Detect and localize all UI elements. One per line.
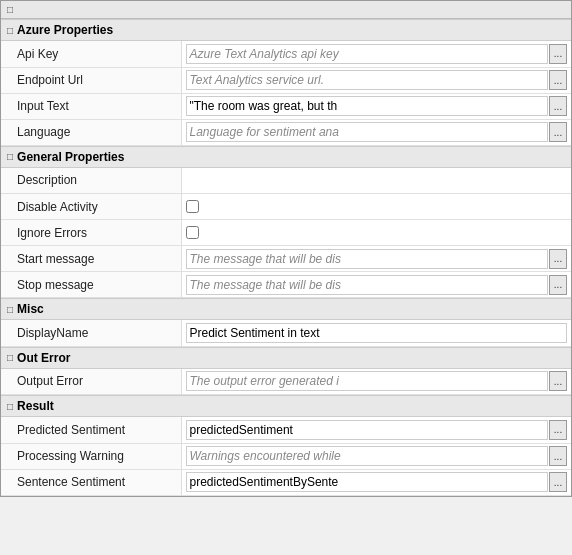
- section-table-outerror: Output ErrorThe output error generated i…: [1, 369, 571, 396]
- table-row: Output ErrorThe output error generated i…: [1, 369, 571, 395]
- table-row: Start messageThe message that will be di…: [1, 246, 571, 272]
- table-row: Ignore Errors: [1, 220, 571, 246]
- row-label-azure-3: Language: [1, 119, 181, 145]
- value-text-general-3: The message that will be dis: [186, 249, 549, 269]
- row-value-result-0[interactable]: predictedSentiment...: [181, 417, 571, 443]
- row-value-general-1[interactable]: [181, 194, 571, 220]
- section-header-outerror[interactable]: □Out Error: [1, 347, 571, 369]
- ellipsis-button-outerror-0[interactable]: ...: [549, 371, 567, 391]
- section-collapse-icon-result[interactable]: □: [7, 401, 13, 412]
- row-value-result-2[interactable]: predictedSentimentBySente...: [181, 469, 571, 495]
- ellipsis-button-result-2[interactable]: ...: [549, 472, 567, 492]
- table-row: Stop messageThe message that will be dis…: [1, 272, 571, 298]
- row-label-misc-0: DisplayName: [1, 320, 181, 346]
- section-table-misc: DisplayNamePredict Sentiment in text: [1, 320, 571, 347]
- value-text-azure-1: Text Analytics service url.: [186, 70, 549, 90]
- section-collapse-icon-misc[interactable]: □: [7, 304, 13, 315]
- ellipsis-button-result-0[interactable]: ...: [549, 420, 567, 440]
- table-row: Input Text"The room was great, but th...: [1, 93, 571, 119]
- section-label-misc: Misc: [17, 302, 44, 316]
- row-value-azure-2[interactable]: "The room was great, but th...: [181, 93, 571, 119]
- section-label-result: Result: [17, 399, 54, 413]
- value-text-outerror-0: The output error generated i: [186, 371, 549, 391]
- row-label-general-3: Start message: [1, 246, 181, 272]
- section-label-azure: Azure Properties: [17, 23, 113, 37]
- value-text-azure-2: "The room was great, but th: [186, 96, 549, 116]
- row-label-azure-0: Api Key: [1, 41, 181, 67]
- row-value-azure-3[interactable]: Language for sentiment ana...: [181, 119, 571, 145]
- table-row: Sentence SentimentpredictedSentimentBySe…: [1, 469, 571, 495]
- value-text-general-4: The message that will be dis: [186, 275, 549, 295]
- table-row: Endpoint UrlText Analytics service url..…: [1, 67, 571, 93]
- panel-collapse-icon[interactable]: □: [7, 4, 13, 15]
- section-collapse-icon-azure[interactable]: □: [7, 25, 13, 36]
- row-value-misc-0: Predict Sentiment in text: [181, 320, 571, 346]
- section-table-general: DescriptionDisable ActivityIgnore Errors…: [1, 168, 571, 299]
- section-table-azure: Api KeyAzure Text Analytics api key...En…: [1, 41, 571, 146]
- section-header-result[interactable]: □Result: [1, 395, 571, 417]
- row-label-result-0: Predicted Sentiment: [1, 417, 181, 443]
- section-collapse-icon-general[interactable]: □: [7, 151, 13, 162]
- row-label-general-4: Stop message: [1, 272, 181, 298]
- ellipsis-button-azure-2[interactable]: ...: [549, 96, 567, 116]
- table-row: LanguageLanguage for sentiment ana...: [1, 119, 571, 145]
- table-row: Disable Activity: [1, 194, 571, 220]
- row-label-azure-1: Endpoint Url: [1, 67, 181, 93]
- ellipsis-button-azure-3[interactable]: ...: [549, 122, 567, 142]
- row-value-general-3[interactable]: The message that will be dis...: [181, 246, 571, 272]
- row-value-outerror-0[interactable]: The output error generated i...: [181, 369, 571, 395]
- row-value-general-0: [181, 168, 571, 194]
- table-row: Processing WarningWarnings encountered w…: [1, 443, 571, 469]
- row-label-general-1: Disable Activity: [1, 194, 181, 220]
- section-label-outerror: Out Error: [17, 351, 70, 365]
- value-text-result-1: Warnings encountered while: [186, 446, 549, 466]
- table-row: DisplayNamePredict Sentiment in text: [1, 320, 571, 346]
- row-value-result-1[interactable]: Warnings encountered while...: [181, 443, 571, 469]
- ellipsis-button-result-1[interactable]: ...: [549, 446, 567, 466]
- ellipsis-button-azure-0[interactable]: ...: [549, 44, 567, 64]
- value-text-azure-3: Language for sentiment ana: [186, 122, 549, 142]
- value-text-result-0: predictedSentiment: [186, 420, 549, 440]
- row-label-result-2: Sentence Sentiment: [1, 469, 181, 495]
- section-table-result: Predicted SentimentpredictedSentiment...…: [1, 417, 571, 496]
- row-label-result-1: Processing Warning: [1, 443, 181, 469]
- row-value-general-4[interactable]: The message that will be dis...: [181, 272, 571, 298]
- row-value-azure-1[interactable]: Text Analytics service url....: [181, 67, 571, 93]
- row-label-azure-2: Input Text: [1, 93, 181, 119]
- row-value-azure-0[interactable]: Azure Text Analytics api key...: [181, 41, 571, 67]
- value-text-misc-0: Predict Sentiment in text: [186, 323, 568, 343]
- value-text-result-2: predictedSentimentBySente: [186, 472, 549, 492]
- properties-panel: □ □Azure PropertiesApi KeyAzure Text Ana…: [0, 0, 572, 497]
- ellipsis-button-general-4[interactable]: ...: [549, 275, 567, 295]
- panel-header: □: [1, 1, 571, 19]
- table-row: Api KeyAzure Text Analytics api key...: [1, 41, 571, 67]
- section-header-azure[interactable]: □Azure Properties: [1, 19, 571, 41]
- ellipsis-button-azure-1[interactable]: ...: [549, 70, 567, 90]
- table-row: Predicted SentimentpredictedSentiment...: [1, 417, 571, 443]
- row-label-general-2: Ignore Errors: [1, 220, 181, 246]
- ellipsis-button-general-3[interactable]: ...: [549, 249, 567, 269]
- section-collapse-icon-outerror[interactable]: □: [7, 352, 13, 363]
- checkbox-general-2[interactable]: [186, 226, 199, 239]
- table-row: Description: [1, 168, 571, 194]
- checkbox-general-1[interactable]: [186, 200, 199, 213]
- row-label-general-0: Description: [1, 168, 181, 194]
- section-label-general: General Properties: [17, 150, 124, 164]
- section-header-misc[interactable]: □Misc: [1, 298, 571, 320]
- section-header-general[interactable]: □General Properties: [1, 146, 571, 168]
- row-label-outerror-0: Output Error: [1, 369, 181, 395]
- row-value-general-2[interactable]: [181, 220, 571, 246]
- value-text-azure-0: Azure Text Analytics api key: [186, 44, 549, 64]
